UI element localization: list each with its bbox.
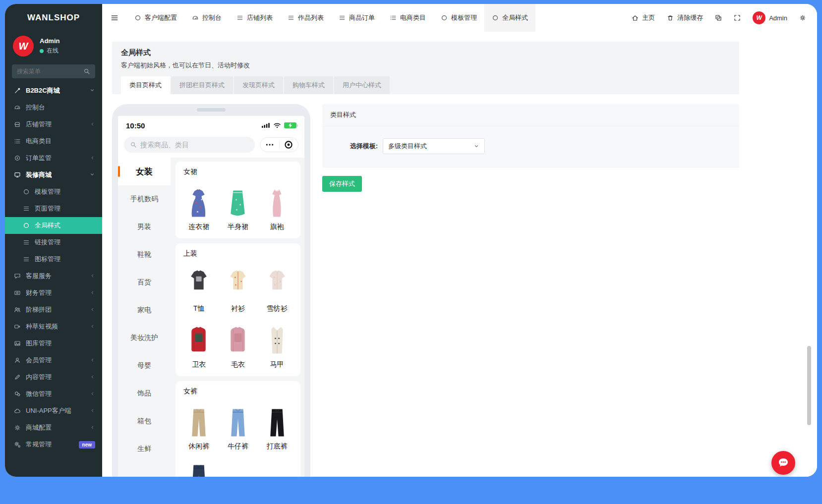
sidebar-item-图标管理[interactable]: 图标管理	[5, 251, 102, 268]
style-tab-拼团栏目页样式[interactable]: 拼团栏目页样式	[171, 76, 233, 94]
product-item-卫衣[interactable]: 卫衣	[179, 319, 219, 369]
user-panel: W Admin 在线	[5, 32, 102, 62]
search-icon[interactable]	[83, 68, 90, 75]
style-tab-购物车样式[interactable]: 购物车样式	[284, 76, 333, 94]
product-name: 马甲	[270, 360, 284, 369]
menu-toggle-icon[interactable]	[102, 4, 127, 32]
avatar[interactable]: W	[13, 36, 34, 56]
phone-category-母婴[interactable]: 母婴	[118, 352, 171, 380]
home-label: 主页	[642, 13, 655, 22]
nav-tab-商品订单[interactable]: 商品订单	[331, 4, 382, 32]
nav-tab-控制台[interactable]: 控制台	[184, 4, 229, 32]
phone-category-美妆洗护[interactable]: 美妆洗护	[118, 324, 171, 352]
sidebar-item-label: UNI-APP客户端	[26, 406, 90, 415]
chevron-left-icon	[90, 155, 95, 162]
customer-service-chat-button[interactable]	[771, 451, 795, 475]
nav-tab-店铺列表[interactable]: 店铺列表	[229, 4, 280, 32]
user-menu[interactable]: W Admin	[753, 11, 787, 24]
nav-tab-全局样式[interactable]: 全局样式	[484, 4, 535, 32]
sidebar-item-label: 全局样式	[35, 221, 95, 230]
style-tab-用户中心样式[interactable]: 用户中心样式	[334, 76, 390, 94]
phone-category-家电[interactable]: 家电	[118, 296, 171, 324]
settings-gear-icon[interactable]	[799, 14, 806, 21]
save-style-button[interactable]: 保存样式	[322, 176, 362, 192]
product-name: T恤	[193, 304, 205, 313]
sidebar-item-常规管理[interactable]: 常规管理new	[5, 436, 102, 453]
sidebar-item-订单监管[interactable]: 订单监管	[5, 150, 102, 167]
image-icon	[12, 340, 23, 347]
sidebar-item-电商类目[interactable]: 电商类目	[5, 133, 102, 150]
sidebar-search-input[interactable]	[17, 68, 83, 75]
product-item-衬衫[interactable]: 衬衫	[219, 263, 258, 313]
nav-tab-模板管理[interactable]: 模板管理	[433, 4, 484, 32]
product-item-partial[interactable]	[179, 457, 219, 477]
sidebar-item-页面管理[interactable]: 页面管理	[5, 200, 102, 217]
product-item-牛仔裤[interactable]: 牛仔裤	[219, 401, 258, 451]
translate-icon[interactable]	[715, 14, 722, 21]
product-name: 打底裤	[267, 442, 288, 451]
phone-category-生鲜[interactable]: 生鲜	[118, 435, 171, 463]
scrollbar-thumb[interactable]	[807, 346, 811, 425]
sidebar-item-B2B2C商城[interactable]: B2B2C商城	[5, 82, 102, 99]
phone-search[interactable]	[124, 137, 255, 153]
fullscreen-icon[interactable]	[734, 14, 741, 21]
product-item-雪纺衫[interactable]: 雪纺衫	[257, 263, 296, 313]
close-target-icon[interactable]	[284, 140, 294, 150]
username-label: Admin	[769, 14, 787, 22]
template-select[interactable]: 多级类目样式	[383, 138, 485, 154]
sidebar-item-控制台[interactable]: 控制台	[5, 99, 102, 116]
phone-category-鞋靴[interactable]: 鞋靴	[118, 241, 171, 269]
sidebar-item-图库管理[interactable]: 图库管理	[5, 335, 102, 352]
phone-category-饰品[interactable]: 饰品	[118, 380, 171, 407]
product-item-打底裤[interactable]: 打底裤	[257, 401, 296, 451]
category-content: 女裙连衣裙半身裙旗袍上装T恤衬衫雪纺衫卫衣毛衣马甲女裤休闲裤牛仔裤打底裤	[171, 158, 304, 477]
style-tab-类目页样式[interactable]: 类目页样式	[121, 76, 170, 94]
product-name: 连衣裙	[188, 223, 209, 231]
sidebar-item-内容管理[interactable]: 内容管理	[5, 369, 102, 386]
chevron-left-icon	[90, 357, 95, 364]
product-item-T恤[interactable]: T恤	[179, 263, 219, 313]
product-item-旗袍[interactable]: 旗袍	[257, 181, 296, 231]
product-item-休闲裤[interactable]: 休闲裤	[179, 401, 219, 451]
sidebar-item-阶梯拼团[interactable]: 阶梯拼团	[5, 301, 102, 318]
style-tab-发现页样式[interactable]: 发现页样式	[234, 76, 283, 94]
home-icon	[632, 14, 639, 21]
category-body: 女装手机数码男装鞋靴百货家电美妆洗护母婴饰品箱包生鲜 女裙连衣裙半身裙旗袍上装T…	[118, 158, 304, 477]
list-icon	[21, 239, 32, 246]
sidebar-item-商城配置[interactable]: 商城配置	[5, 419, 102, 436]
product-image-pants	[262, 401, 293, 439]
nav-tab-客户端配置[interactable]: 客户端配置	[127, 4, 184, 32]
chevron-left-icon	[90, 374, 95, 381]
product-item-马甲[interactable]: 马甲	[257, 319, 296, 369]
phone-category-手机数码[interactable]: 手机数码	[118, 185, 171, 213]
sidebar-item-链接管理[interactable]: 链接管理	[5, 234, 102, 251]
sidebar-item-财务管理[interactable]: 财务管理	[5, 284, 102, 301]
trash-icon	[667, 14, 674, 21]
nav-tab-电商类目[interactable]: 电商类目	[382, 4, 433, 32]
nav-tab-label: 电商类目	[400, 13, 426, 22]
phone-search-input[interactable]	[140, 141, 249, 149]
nav-tab-作品列表[interactable]: 作品列表	[280, 4, 331, 32]
sidebar-item-模板管理[interactable]: 模板管理	[5, 183, 102, 200]
sidebar-item-UNI-APP客户端[interactable]: UNI-APP客户端	[5, 402, 102, 419]
sidebar-item-客服服务[interactable]: 客服服务	[5, 268, 102, 284]
navbar-right: 主页 清除缓存 W Admin	[632, 4, 817, 32]
sidebar-item-全局样式[interactable]: 全局样式	[5, 217, 102, 234]
sidebar-item-种草短视频[interactable]: 种草短视频	[5, 318, 102, 335]
product-item-连衣裙[interactable]: 连衣裙	[179, 181, 219, 231]
clear-cache-button[interactable]: 清除缓存	[667, 13, 703, 22]
phone-category-男装[interactable]: 男装	[118, 213, 171, 241]
product-item-半身裙[interactable]: 半身裙	[219, 181, 258, 231]
phone-category-箱包[interactable]: 箱包	[118, 407, 171, 435]
more-dots-icon[interactable]	[265, 140, 275, 150]
sidebar-item-装修商城[interactable]: 装修商城	[5, 167, 102, 183]
product-image-qipao	[262, 181, 293, 219]
sidebar-item-店铺管理[interactable]: 店铺管理	[5, 116, 102, 133]
sidebar-item-微信管理[interactable]: 微信管理	[5, 386, 102, 402]
product-item-毛衣[interactable]: 毛衣	[219, 319, 258, 369]
phone-category-女装[interactable]: 女装	[118, 158, 171, 185]
phone-category-百货[interactable]: 百货	[118, 269, 171, 296]
monitor-icon	[12, 171, 23, 178]
home-link[interactable]: 主页	[632, 13, 655, 22]
sidebar-item-会员管理[interactable]: 会员管理	[5, 352, 102, 369]
